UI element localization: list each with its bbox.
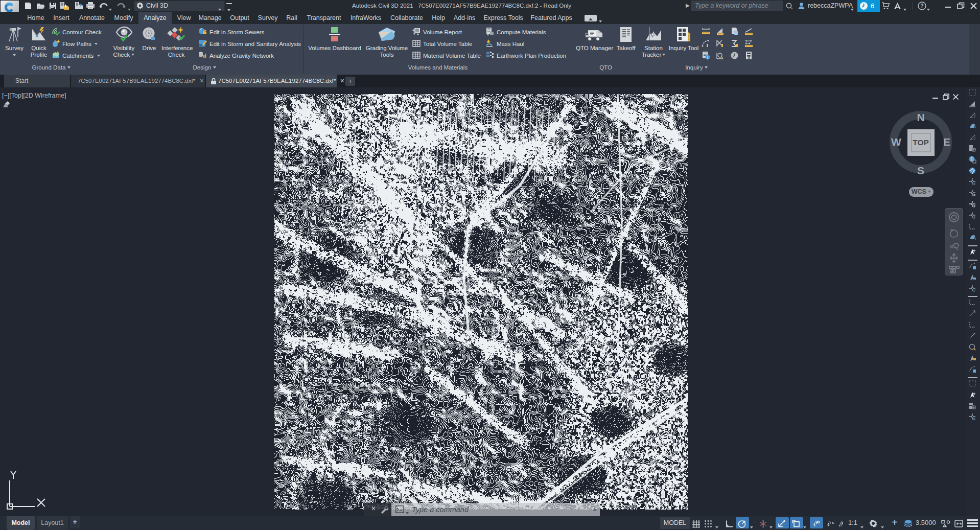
svg-text:N: N (917, 111, 924, 123)
svg-text:W: W (891, 136, 901, 148)
svg-text:i: i (707, 55, 708, 60)
svg-text:#: # (973, 182, 975, 186)
svg-text:S: S (917, 165, 924, 176)
svg-text:#: # (973, 289, 975, 292)
svg-text:#: # (973, 216, 975, 219)
svg-text:TOP: TOP (913, 138, 929, 147)
svg-text:E: E (943, 136, 950, 148)
svg-text:?: ? (920, 3, 923, 9)
svg-text:#: # (973, 193, 975, 197)
svg-text:#: # (973, 204, 975, 208)
svg-text:#: # (973, 417, 975, 421)
